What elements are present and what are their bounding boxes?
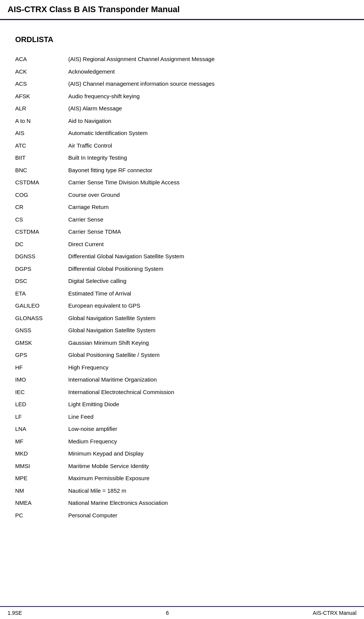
glossary-row: GALILEOEuropean equivalent to GPS bbox=[15, 300, 349, 312]
glossary-definition: Carrier Sense bbox=[68, 214, 349, 226]
glossary-definition: National Marine Electronics Association bbox=[68, 497, 349, 509]
glossary-definition: Medium Frequency bbox=[68, 435, 349, 448]
page-footer: 1.9SE 6 AIS-CTRX Manual bbox=[0, 606, 364, 619]
glossary-abbr: CSTDMA bbox=[15, 176, 68, 189]
glossary-definition: High Frequency bbox=[68, 361, 349, 374]
glossary-abbr: GPS bbox=[15, 349, 68, 361]
glossary-abbr: MPE bbox=[15, 472, 68, 485]
glossary-definition: (AIS) Alarm Message bbox=[68, 102, 349, 115]
glossary-row: BNCBayonet fitting type RF connector bbox=[15, 164, 349, 177]
glossary-definition: Gaussian Minimum Shift Keying bbox=[68, 337, 349, 349]
glossary-row: GPSGlobal Positioning Satellite / System bbox=[15, 349, 349, 361]
glossary-table: ACA(AIS) Regional Assignment Channel Ass… bbox=[15, 53, 349, 522]
glossary-row: DSCDigital Selective calling bbox=[15, 275, 349, 288]
glossary-row: AISAutomatic Identification System bbox=[15, 127, 349, 140]
glossary-row: DCDirect Current bbox=[15, 238, 349, 251]
glossary-definition: Digital Selective calling bbox=[68, 275, 349, 288]
glossary-definition: Differential Global Navigation Satellite… bbox=[68, 250, 349, 263]
glossary-definition: Line Feed bbox=[68, 411, 349, 423]
glossary-definition: Acknowledgement bbox=[68, 66, 349, 78]
glossary-row: ATCAir Traffic Control bbox=[15, 140, 349, 152]
glossary-abbr: LED bbox=[15, 398, 68, 411]
glossary-abbr: BNC bbox=[15, 164, 68, 177]
glossary-definition: Course over Ground bbox=[68, 189, 349, 201]
glossary-abbr: ATC bbox=[15, 140, 68, 152]
section-title: ORDLISTA bbox=[15, 35, 349, 44]
glossary-row: A to NAid to Navigation bbox=[15, 115, 349, 127]
footer-right: AIS-CTRX Manual bbox=[313, 610, 356, 616]
glossary-definition: European equivalent to GPS bbox=[68, 300, 349, 312]
glossary-abbr: CS bbox=[15, 214, 68, 226]
glossary-abbr: CR bbox=[15, 201, 68, 214]
glossary-definition: Nautical Mile = 1852 m bbox=[68, 485, 349, 497]
glossary-row: CSCarrier Sense bbox=[15, 214, 349, 226]
glossary-row: MKDMinimum Keypad and Display bbox=[15, 448, 349, 460]
glossary-definition: Estimated Time of Arrival bbox=[68, 288, 349, 300]
glossary-definition: Air Traffic Control bbox=[68, 140, 349, 152]
main-content: ORDLISTA ACA(AIS) Regional Assignment Ch… bbox=[0, 20, 364, 552]
glossary-row: HFHigh Frequency bbox=[15, 361, 349, 374]
glossary-abbr: CSTDMA bbox=[15, 226, 68, 238]
glossary-definition: Differential Global Positioning System bbox=[68, 263, 349, 275]
glossary-abbr: MMSI bbox=[15, 460, 68, 473]
glossary-row: AFSKAudio frequency-shift keying bbox=[15, 90, 349, 103]
glossary-definition: International Electrotechnical Commissio… bbox=[68, 386, 349, 399]
glossary-row: LNALow-noise amplifier bbox=[15, 423, 349, 435]
footer-center: 6 bbox=[166, 610, 169, 616]
glossary-row: ACA(AIS) Regional Assignment Channel Ass… bbox=[15, 53, 349, 66]
glossary-row: GMSKGaussian Minimum Shift Keying bbox=[15, 337, 349, 349]
glossary-definition: Carrier Sense Time Division Multiple Acc… bbox=[68, 176, 349, 189]
glossary-abbr: MKD bbox=[15, 448, 68, 460]
glossary-definition: Automatic Identification System bbox=[68, 127, 349, 140]
glossary-row: NMEANational Marine Electronics Associat… bbox=[15, 497, 349, 509]
glossary-row: CSTDMACarrier Sense TDMA bbox=[15, 226, 349, 238]
glossary-row: BIITBuilt In Integrity Testing bbox=[15, 152, 349, 164]
glossary-definition: Personal Computer bbox=[68, 509, 349, 522]
glossary-definition: International Maritime Organization bbox=[68, 374, 349, 386]
glossary-row: MPEMaximum Permissible Exposure bbox=[15, 472, 349, 485]
glossary-abbr: GMSK bbox=[15, 337, 68, 349]
glossary-abbr: LF bbox=[15, 411, 68, 423]
glossary-row: ALR(AIS) Alarm Message bbox=[15, 102, 349, 115]
glossary-definition: Maximum Permissible Exposure bbox=[68, 472, 349, 485]
glossary-definition: Built In Integrity Testing bbox=[68, 152, 349, 164]
glossary-definition: Carriage Return bbox=[68, 201, 349, 214]
glossary-row: CSTDMACarrier Sense Time Division Multip… bbox=[15, 176, 349, 189]
glossary-abbr: COG bbox=[15, 189, 68, 201]
glossary-row: CRCarriage Return bbox=[15, 201, 349, 214]
glossary-abbr: GALILEO bbox=[15, 300, 68, 312]
glossary-row: LEDLight Emitting Diode bbox=[15, 398, 349, 411]
glossary-row: ETAEstimated Time of Arrival bbox=[15, 288, 349, 300]
glossary-abbr: PC bbox=[15, 509, 68, 522]
glossary-definition: Minimum Keypad and Display bbox=[68, 448, 349, 460]
glossary-row: NMNautical Mile = 1852 m bbox=[15, 485, 349, 497]
glossary-definition: Low-noise amplifier bbox=[68, 423, 349, 435]
glossary-row: DGPSDifferential Global Positioning Syst… bbox=[15, 263, 349, 275]
glossary-definition: Global Positioning Satellite / System bbox=[68, 349, 349, 361]
glossary-abbr: DSC bbox=[15, 275, 68, 288]
glossary-definition: Bayonet fitting type RF connector bbox=[68, 164, 349, 177]
glossary-definition: Aid to Navigation bbox=[68, 115, 349, 127]
glossary-row: COGCourse over Ground bbox=[15, 189, 349, 201]
page-header: AIS-CTRX Class B AIS Transponder Manual bbox=[0, 0, 364, 20]
glossary-abbr: MF bbox=[15, 435, 68, 448]
glossary-definition: Light Emitting Diode bbox=[68, 398, 349, 411]
glossary-row: DGNSSDifferential Global Navigation Sate… bbox=[15, 250, 349, 263]
glossary-row: MFMedium Frequency bbox=[15, 435, 349, 448]
glossary-abbr: NM bbox=[15, 485, 68, 497]
glossary-row: GLONASSGlobal Navigation Satellite Syste… bbox=[15, 312, 349, 325]
glossary-abbr: ETA bbox=[15, 288, 68, 300]
glossary-abbr: NMEA bbox=[15, 497, 68, 509]
glossary-abbr: AFSK bbox=[15, 90, 68, 103]
glossary-abbr: GLONASS bbox=[15, 312, 68, 325]
glossary-abbr: ACS bbox=[15, 78, 68, 90]
glossary-abbr: BIIT bbox=[15, 152, 68, 164]
glossary-row: PCPersonal Computer bbox=[15, 509, 349, 522]
footer-left: 1.9SE bbox=[8, 610, 22, 616]
glossary-row: GNSSGlobal Navigation Satellite System bbox=[15, 324, 349, 337]
glossary-definition: Direct Current bbox=[68, 238, 349, 251]
glossary-abbr: DC bbox=[15, 238, 68, 251]
glossary-definition: (AIS) Regional Assignment Channel Assign… bbox=[68, 53, 349, 66]
glossary-row: LFLine Feed bbox=[15, 411, 349, 423]
glossary-definition: Carrier Sense TDMA bbox=[68, 226, 349, 238]
